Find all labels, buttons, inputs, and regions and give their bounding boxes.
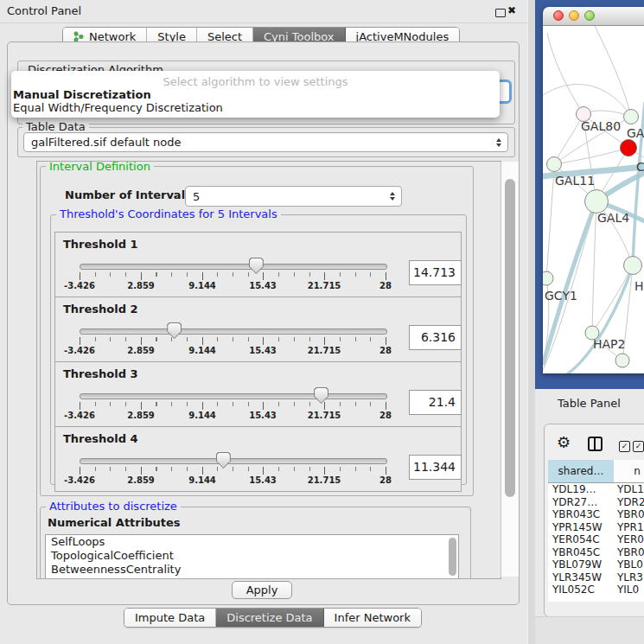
table-cell[interactable]: YER0 xyxy=(617,533,644,545)
scale-label: 2.859 xyxy=(111,346,171,355)
scale-label: 28 xyxy=(355,475,416,485)
attributes-group-title: Attributes to discretize xyxy=(46,501,181,513)
threshold-3-value[interactable]: 21.4 xyxy=(409,390,462,415)
table-cell[interactable]: YLR345W xyxy=(552,571,602,583)
combo-stepper-icon xyxy=(386,192,399,201)
threshold-2-slider-track[interactable] xyxy=(80,328,387,335)
node-label: GAL80 xyxy=(581,119,621,133)
float-window-icon[interactable] xyxy=(495,9,506,17)
list-item[interactable]: TopologicalCoefficient xyxy=(46,549,458,563)
node-table-container: ⚙ ✓✓ shared… n YDL19…YDL1 YDR27…YDR2 YBR… xyxy=(544,424,644,617)
threshold-4-slider-track[interactable] xyxy=(80,458,387,464)
table-cell[interactable]: YLR3 xyxy=(617,571,643,583)
column-header-name[interactable]: n xyxy=(614,460,644,483)
threshold-1-slider-track[interactable] xyxy=(80,264,387,270)
list-item[interactable]: SelfLoops xyxy=(46,535,458,549)
slider-major-ticks xyxy=(80,272,387,280)
table-cell[interactable]: YPR1 xyxy=(617,521,644,533)
network-node[interactable] xyxy=(624,110,639,124)
combo-stepper-icon xyxy=(493,138,505,147)
column-layout-icon[interactable] xyxy=(588,437,603,451)
settings-scrollbar-thumb[interactable] xyxy=(505,179,515,497)
settings-scrollbar-track[interactable] xyxy=(501,162,519,577)
network-canvas[interactable]: GAL80 GA C GAL11 GAL4 GCY1 H HAP2 xyxy=(543,26,644,373)
slider-major-ticks xyxy=(80,467,387,475)
gear-icon[interactable]: ⚙ xyxy=(557,435,571,450)
network-node[interactable] xyxy=(585,190,609,214)
minimize-traffic-light[interactable] xyxy=(569,10,579,21)
network-window-titlebar[interactable] xyxy=(543,7,644,26)
threshold-2-panel: Threshold 2 -3.426 2.859 9.144 15.43 21.… xyxy=(54,296,462,362)
table-cell[interactable]: YBL0 xyxy=(617,558,643,571)
num-intervals-value: 5 xyxy=(186,190,386,203)
scale-label: 15.43 xyxy=(233,281,293,290)
scale-label: -3.426 xyxy=(49,281,110,290)
table-cell[interactable]: YDL19… xyxy=(552,483,596,495)
numerical-attributes-list: SelfLoops TopologicalCoefficient Between… xyxy=(45,534,459,579)
table-cell[interactable]: YDR27… xyxy=(552,496,597,508)
scale-label: 9.144 xyxy=(172,411,233,420)
close-icon[interactable]: ✖ xyxy=(507,4,516,16)
table-cell[interactable]: YPR145W xyxy=(552,521,603,533)
threshold-1-value[interactable]: 14.713 xyxy=(409,260,462,285)
table-cell[interactable]: YIL052C xyxy=(552,583,595,596)
zoom-traffic-light[interactable] xyxy=(584,10,595,21)
network-node[interactable] xyxy=(547,157,562,172)
tab-infer-network[interactable]: Infer Network xyxy=(324,609,421,627)
scale-label: 2.859 xyxy=(111,281,171,290)
popup-option-equal-width[interactable]: Equal Width/Frequency Discretization xyxy=(11,101,500,114)
popup-placeholder: Select algorithm to view settings xyxy=(11,71,500,88)
network-node[interactable] xyxy=(624,257,642,275)
table-cell[interactable]: YBR0 xyxy=(617,508,644,520)
scale-label: 15.43 xyxy=(233,346,293,355)
tab-impute-data[interactable]: Impute Data xyxy=(124,609,216,627)
list-item[interactable]: BetweennessCentrality xyxy=(46,563,458,577)
table-cell[interactable]: YDL1 xyxy=(617,483,644,495)
table-panel-title: Table Panel xyxy=(558,397,621,410)
scale-label: -3.426 xyxy=(49,475,110,485)
table-cell[interactable]: YBL079W xyxy=(552,558,602,571)
network-node[interactable] xyxy=(615,354,629,367)
cyni-mode-tabs: Impute Data Discretize Data Infer Networ… xyxy=(124,608,422,628)
num-intervals-combo[interactable]: 5 xyxy=(185,186,402,207)
num-intervals-label: Number of Intervals xyxy=(65,188,192,201)
table-panel: Table Panel ⚙ ✓✓ shared… n YDL19…YDL1 YD… xyxy=(535,389,644,644)
table-cell[interactable]: YBR043C xyxy=(552,508,600,520)
scale-label: 21.715 xyxy=(294,475,354,485)
slider-major-ticks xyxy=(80,402,387,410)
select-columns-icon[interactable]: ✓✓ xyxy=(619,438,644,452)
attributes-list-scrollbar[interactable] xyxy=(449,538,456,576)
table-cell[interactable]: YIL0 xyxy=(617,583,639,596)
node-label: C xyxy=(636,160,644,174)
control-panel-titlebar: Control Panel ✖ xyxy=(0,0,527,23)
table-cell[interactable]: YDR2 xyxy=(617,496,644,508)
table-cell[interactable]: YER054C xyxy=(552,533,600,545)
threshold-2-label: Threshold 2 xyxy=(63,303,138,316)
column-header-shared-name[interactable]: shared… xyxy=(548,460,615,483)
node-label: HAP2 xyxy=(593,337,625,351)
table-data-combo[interactable]: galFiltered.sif default node xyxy=(23,132,508,152)
network-node[interactable] xyxy=(543,271,553,285)
network-graph: GAL80 GA C GAL11 GAL4 GCY1 H HAP2 xyxy=(543,26,644,373)
close-traffic-light[interactable] xyxy=(553,10,564,21)
threshold-2-value[interactable]: 6.316 xyxy=(409,325,462,350)
table-cell[interactable]: YBR0 xyxy=(617,546,644,558)
threshold-3-panel: Threshold 3 -3.426 2.859 9.144 15.43 21.… xyxy=(54,361,462,427)
scale-label: 9.144 xyxy=(172,475,233,485)
node-label: GA xyxy=(627,126,644,140)
apply-button[interactable]: Apply xyxy=(232,581,292,599)
node-table: shared… n YDL19…YDL1 YDR27…YDR2 YBR043CY… xyxy=(548,460,644,602)
threshold-3-slider-track[interactable] xyxy=(80,393,387,399)
popup-option-manual[interactable]: Manual Discretization xyxy=(11,88,500,101)
scale-label: -3.426 xyxy=(49,346,110,355)
scale-label: 21.715 xyxy=(294,346,354,355)
threshold-4-label: Threshold 4 xyxy=(63,432,138,445)
scale-label: 2.859 xyxy=(111,475,171,485)
threshold-4-value[interactable]: 11.344 xyxy=(409,455,462,480)
threshold-3-label: Threshold 3 xyxy=(63,367,138,380)
table-cell[interactable]: YBR045C xyxy=(552,546,600,558)
network-node-selected[interactable] xyxy=(621,140,637,156)
tab-discretize-data[interactable]: Discretize Data xyxy=(216,609,323,627)
scale-label: 15.43 xyxy=(233,475,293,485)
algorithm-dropdown-popup: Select algorithm to view settings Manual… xyxy=(11,71,500,118)
